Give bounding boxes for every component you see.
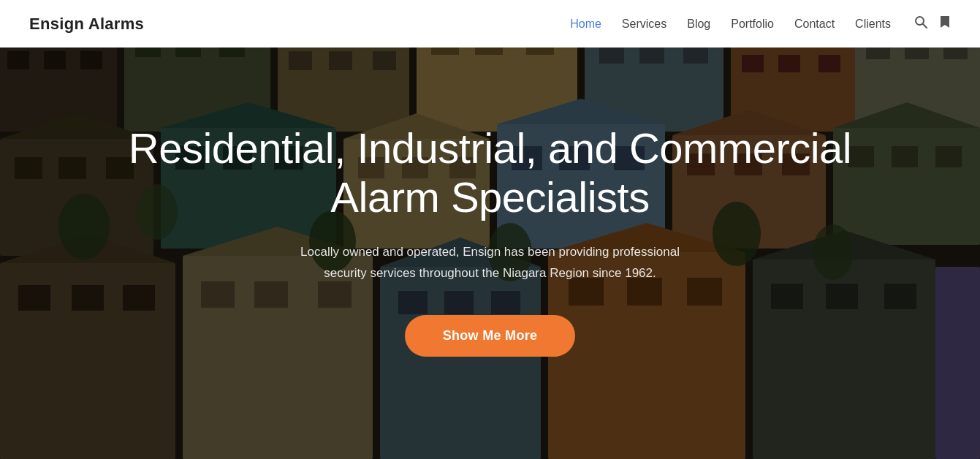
- hero-title: Residential, Industrial, and Commercial …: [73, 124, 907, 221]
- brand-logo[interactable]: Ensign Alarms: [29, 15, 144, 34]
- nav-item-home[interactable]: Home: [570, 18, 601, 31]
- nav-link-blog[interactable]: Blog: [687, 18, 710, 30]
- nav-link-portfolio[interactable]: Portfolio: [731, 18, 774, 30]
- bookmark-icon[interactable]: [939, 15, 951, 33]
- navbar: Ensign Alarms Home Services Blog Portfol…: [0, 0, 980, 48]
- nav-right: Home Services Blog Portfolio Contact Cli…: [570, 15, 951, 33]
- nav-icons: [914, 15, 951, 33]
- nav-link-clients[interactable]: Clients: [855, 18, 891, 30]
- svg-line-1: [923, 24, 927, 28]
- show-me-more-button[interactable]: Show Me More: [405, 315, 576, 357]
- nav-item-services[interactable]: Services: [622, 18, 666, 31]
- nav-item-blog[interactable]: Blog: [687, 18, 710, 31]
- nav-links: Home Services Blog Portfolio Contact Cli…: [570, 18, 891, 31]
- nav-link-services[interactable]: Services: [622, 18, 666, 30]
- nav-link-contact[interactable]: Contact: [794, 18, 835, 30]
- hero-subtitle: Locally owned and operated, Ensign has b…: [300, 242, 680, 284]
- hero-content: Residential, Industrial, and Commercial …: [0, 124, 980, 357]
- nav-item-clients[interactable]: Clients: [855, 18, 891, 31]
- nav-item-contact[interactable]: Contact: [794, 18, 835, 31]
- hero-section: Residential, Industrial, and Commercial …: [0, 0, 980, 459]
- nav-link-home[interactable]: Home: [570, 18, 601, 30]
- nav-item-portfolio[interactable]: Portfolio: [731, 18, 774, 31]
- search-icon[interactable]: [914, 15, 927, 32]
